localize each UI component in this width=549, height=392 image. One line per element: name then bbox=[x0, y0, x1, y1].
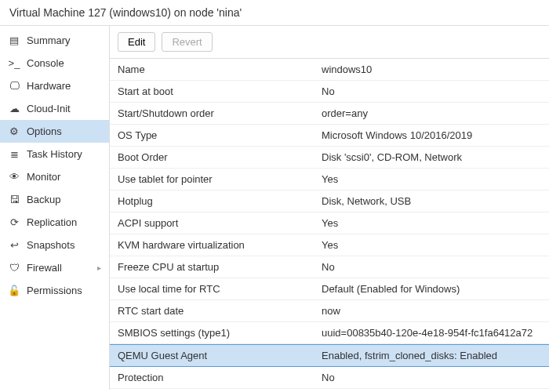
option-key: Boot Order bbox=[118, 151, 322, 163]
sidebar-item-options[interactable]: ⚙Options bbox=[0, 120, 109, 143]
chevron-right-icon: ▸ bbox=[97, 263, 101, 272]
option-value: Microsoft Windows 10/2016/2019 bbox=[322, 129, 541, 141]
main-container: ▤Summary>_Console🖵Hardware☁Cloud-Init⚙Op… bbox=[0, 26, 549, 390]
option-key: Name bbox=[118, 64, 322, 75]
sidebar-item-label: Console bbox=[27, 57, 64, 69]
option-value: No bbox=[322, 85, 541, 97]
option-row[interactable]: Namewindows10 bbox=[110, 59, 549, 81]
sidebar-item-summary[interactable]: ▤Summary bbox=[0, 29, 109, 52]
option-key: Freeze CPU at startup bbox=[118, 261, 322, 273]
content-area: Edit Revert Namewindows10Start at bootNo… bbox=[110, 26, 549, 390]
option-row[interactable]: RTC start datenow bbox=[110, 300, 549, 322]
option-key: Hotplug bbox=[118, 195, 322, 207]
toolbar: Edit Revert bbox=[110, 26, 549, 59]
option-row[interactable]: Use tablet for pointerYes bbox=[110, 169, 549, 191]
sidebar-item-console[interactable]: >_Console bbox=[0, 52, 109, 74]
sidebar-item-firewall[interactable]: 🛡Firewall▸ bbox=[0, 256, 109, 279]
sidebar-item-permissions[interactable]: 🔓Permissions bbox=[0, 279, 109, 302]
option-value: uuid=00835b40-120e-4e18-954f-fc1fa6412a7… bbox=[322, 327, 541, 339]
sidebar-item-backup-icon: 🖫 bbox=[8, 194, 20, 205]
option-value: Yes bbox=[322, 173, 541, 185]
sidebar-item-firewall-icon: 🛡 bbox=[8, 262, 20, 274]
page-title: Virtual Machine 127 (windows10) on node … bbox=[0, 0, 549, 26]
option-key: Use local time for RTC bbox=[118, 283, 322, 295]
option-row[interactable]: ProtectionNo bbox=[110, 367, 549, 389]
option-value: Yes bbox=[322, 217, 541, 229]
sidebar-item-replication[interactable]: ⟳Replication bbox=[0, 211, 109, 234]
sidebar-item-monitor-icon: 👁 bbox=[8, 171, 20, 183]
option-key: Protection bbox=[118, 372, 322, 383]
option-row[interactable]: OS TypeMicrosoft Windows 10/2016/2019 bbox=[110, 125, 549, 147]
sidebar-item-label: Monitor bbox=[27, 171, 60, 183]
option-key: Use tablet for pointer bbox=[118, 173, 322, 185]
sidebar-item-label: Cloud-Init bbox=[27, 103, 71, 114]
option-row[interactable]: Start/Shutdown orderorder=any bbox=[110, 103, 549, 125]
option-row[interactable]: HotplugDisk, Network, USB bbox=[110, 191, 549, 212]
option-value: Default (Enabled for Windows) bbox=[322, 283, 541, 295]
option-row[interactable]: ACPI supportYes bbox=[110, 212, 549, 234]
option-row[interactable]: Freeze CPU at startupNo bbox=[110, 256, 549, 278]
revert-button[interactable]: Revert bbox=[162, 32, 212, 52]
options-pane: Namewindows10Start at bootNoStart/Shutdo… bbox=[110, 59, 549, 390]
option-value: windows10 bbox=[322, 64, 541, 75]
sidebar-item-monitor[interactable]: 👁Monitor bbox=[0, 165, 109, 188]
sidebar-item-summary-icon: ▤ bbox=[8, 34, 20, 46]
option-row[interactable]: Boot OrderDisk 'scsi0', CD-ROM, Network bbox=[110, 147, 549, 169]
sidebar-item-permissions-icon: 🔓 bbox=[8, 285, 20, 296]
sidebar-item-backup[interactable]: 🖫Backup bbox=[0, 188, 109, 211]
option-value: Disk, Network, USB bbox=[322, 195, 541, 207]
option-row[interactable]: Use local time for RTCDefault (Enabled f… bbox=[110, 278, 549, 300]
sidebar-item-replication-icon: ⟳ bbox=[8, 216, 20, 228]
sidebar-item-label: Permissions bbox=[27, 285, 82, 296]
sidebar-item-console-icon: >_ bbox=[8, 57, 20, 69]
option-key: Start at boot bbox=[118, 85, 322, 97]
sidebar-item-label: Snapshots bbox=[27, 239, 75, 251]
sidebar: ▤Summary>_Console🖵Hardware☁Cloud-Init⚙Op… bbox=[0, 26, 110, 390]
option-key: OS Type bbox=[118, 129, 322, 141]
option-value: order=any bbox=[322, 107, 541, 119]
sidebar-item-snapshots-icon: ↩ bbox=[8, 239, 20, 251]
sidebar-item-task-history[interactable]: ≣Task History bbox=[0, 143, 109, 165]
option-key: ACPI support bbox=[118, 217, 322, 229]
option-row[interactable]: KVM hardware virtualizationYes bbox=[110, 234, 549, 256]
option-key: SMBIOS settings (type1) bbox=[118, 327, 322, 339]
sidebar-item-label: Replication bbox=[27, 216, 77, 228]
sidebar-item-label: Options bbox=[27, 125, 62, 137]
option-key: Start/Shutdown order bbox=[118, 107, 322, 119]
sidebar-item-label: Task History bbox=[27, 148, 82, 160]
option-row[interactable]: Spice Enhancementsnone bbox=[110, 389, 549, 390]
sidebar-item-task-history-icon: ≣ bbox=[8, 148, 20, 160]
sidebar-item-hardware[interactable]: 🖵Hardware bbox=[0, 74, 109, 97]
sidebar-item-cloud-init[interactable]: ☁Cloud-Init bbox=[0, 97, 109, 120]
option-value: Yes bbox=[322, 239, 541, 251]
sidebar-item-label: Firewall bbox=[27, 262, 62, 274]
option-value: No bbox=[322, 372, 541, 383]
option-row[interactable]: SMBIOS settings (type1)uuid=00835b40-120… bbox=[110, 322, 549, 344]
option-row[interactable]: QEMU Guest AgentEnabled, fstrim_cloned_d… bbox=[110, 344, 549, 367]
option-row[interactable]: Start at bootNo bbox=[110, 81, 549, 103]
option-value: Disk 'scsi0', CD-ROM, Network bbox=[322, 151, 541, 163]
sidebar-item-options-icon: ⚙ bbox=[8, 125, 20, 137]
sidebar-item-cloud-init-icon: ☁ bbox=[8, 103, 20, 114]
option-key: KVM hardware virtualization bbox=[118, 239, 322, 251]
sidebar-item-label: Hardware bbox=[27, 80, 71, 92]
option-value: Enabled, fstrim_cloned_disks: Enabled bbox=[322, 350, 541, 361]
edit-button[interactable]: Edit bbox=[118, 32, 155, 52]
sidebar-item-hardware-icon: 🖵 bbox=[8, 80, 20, 92]
option-value: No bbox=[322, 261, 541, 273]
sidebar-item-label: Summary bbox=[27, 34, 71, 46]
sidebar-item-label: Backup bbox=[27, 194, 60, 205]
option-key: RTC start date bbox=[118, 305, 322, 317]
option-value: now bbox=[322, 305, 541, 317]
option-key: QEMU Guest Agent bbox=[118, 350, 322, 361]
sidebar-item-snapshots[interactable]: ↩Snapshots bbox=[0, 234, 109, 256]
